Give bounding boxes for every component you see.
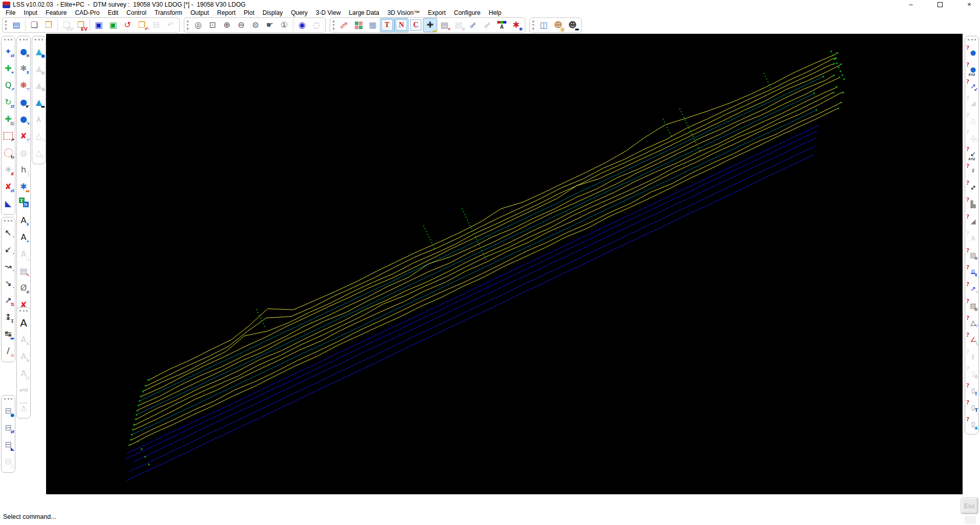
edit-model-icon[interactable]: ●✱ bbox=[17, 44, 30, 59]
spf-display-icon[interactable]: SPF bbox=[466, 18, 480, 32]
save-survey-icon[interactable]: ▣ bbox=[92, 18, 106, 32]
text-display-toggle-icon[interactable]: T bbox=[380, 18, 394, 32]
traverse-off-icon[interactable]: △∴ bbox=[32, 128, 46, 143]
height-interpolate-icon[interactable]: h┊ bbox=[17, 162, 30, 177]
query-gradient-icon[interactable]: ?◢ bbox=[965, 213, 978, 228]
text-settings-off-icon[interactable]: A✱ bbox=[17, 349, 30, 364]
dtm-settings-off-icon[interactable]: ▲● bbox=[32, 61, 46, 76]
new-survey-icon[interactable]: ❏ bbox=[27, 18, 41, 32]
annotate-level-icon[interactable]: A↟ bbox=[17, 213, 30, 228]
annotate-triangle-off-icon[interactable]: A△ bbox=[17, 247, 30, 261]
menu-item-export[interactable]: Export bbox=[424, 9, 450, 16]
open-survey-icon[interactable]: ❒ bbox=[41, 18, 56, 32]
shade-triangles-icon[interactable]: ◣ bbox=[2, 196, 15, 211]
archive-survey-icon[interactable]: ⊟ bbox=[149, 18, 163, 32]
insert-point-icon[interactable]: ✚✦ bbox=[2, 61, 15, 76]
text-copy-off-icon[interactable]: A▤ bbox=[17, 366, 30, 381]
minimize-button[interactable]: – bbox=[905, 1, 917, 8]
level-points-icon[interactable]: ↨↧ bbox=[2, 310, 15, 324]
query-distance-icon[interactable]: ?↔ bbox=[965, 179, 978, 194]
zoom-scale-icon[interactable]: ⊜ bbox=[248, 18, 263, 32]
select-rotate-icon[interactable]: ↻ bbox=[2, 145, 15, 160]
recalculate-icon[interactable]: ↻⇄ bbox=[2, 95, 15, 110]
spf-settings-icon[interactable]: SPF bbox=[480, 18, 495, 32]
query-move-point-icon[interactable]: Q↗ bbox=[2, 78, 15, 93]
query-text-off-icon[interactable]: ?A bbox=[965, 230, 978, 245]
dtm-create-icon[interactable]: ▲● bbox=[32, 44, 46, 59]
restore-button[interactable] bbox=[934, 1, 946, 8]
menu-item-report[interactable]: Report bbox=[213, 9, 240, 16]
display-options-icon[interactable]: ✱✱ bbox=[509, 18, 523, 32]
plot-settings-icon[interactable]: ▤✱ bbox=[452, 18, 466, 32]
grid-of-levels-icon[interactable]: ✚▦ bbox=[2, 112, 15, 126]
delete-points-icon[interactable]: ✘⇄ bbox=[2, 179, 15, 194]
menu-item-configure[interactable]: Configure bbox=[450, 9, 485, 16]
named-views-icon[interactable]: ◌ bbox=[309, 18, 324, 32]
db-triangles-icon[interactable]: ⊟◣ bbox=[2, 437, 15, 452]
zoom-out-icon[interactable]: ⊖ bbox=[234, 18, 248, 32]
reload-survey-icon[interactable]: ↺ bbox=[120, 18, 135, 32]
process-settings-icon[interactable]: ✱▬ bbox=[17, 179, 30, 194]
menu-item-edit[interactable]: Edit bbox=[103, 9, 122, 16]
string-measure-icon[interactable]: ↗⇅ bbox=[2, 293, 15, 308]
db-transfer-icon[interactable]: ⊟⇄ bbox=[2, 420, 15, 435]
open-ev-survey-icon[interactable]: ❒EV bbox=[74, 18, 88, 32]
menu-item-display[interactable]: Display bbox=[259, 9, 287, 16]
menu-item-feature[interactable]: Feature bbox=[41, 9, 71, 16]
merge-models-icon[interactable]: ●↘ bbox=[17, 112, 30, 126]
drawing-canvas[interactable] bbox=[46, 34, 963, 494]
query-triangle-off-icon[interactable]: ?△ bbox=[965, 112, 978, 126]
save-view-icon[interactable]: ◉ bbox=[295, 18, 309, 32]
pan-icon[interactable]: ☛ bbox=[263, 18, 277, 32]
close-button[interactable]: × bbox=[964, 1, 975, 8]
annotate-point-icon[interactable]: A✦ bbox=[17, 230, 30, 245]
query-triangle-point-off-icon[interactable]: ?△◯ bbox=[965, 128, 978, 143]
delete-links-icon[interactable]: ✘∵ bbox=[17, 128, 30, 143]
codes-display-toggle-icon[interactable]: C bbox=[409, 18, 423, 32]
query-page-triangle-icon[interactable]: ?▯▲ bbox=[965, 415, 978, 430]
query-report-icon[interactable]: ?▤≡ bbox=[965, 297, 978, 312]
query-page-station-icon[interactable]: ?▯T bbox=[965, 399, 978, 413]
edit-notes-icon[interactable]: ▤✎ bbox=[17, 264, 30, 278]
plot-preview-icon[interactable]: ▤✦ bbox=[437, 18, 452, 32]
query-model-point-icon[interactable]: ?● bbox=[965, 44, 978, 59]
contours-toggle-icon[interactable]: ▲▬ bbox=[32, 95, 46, 110]
query-shade-off-icon[interactable]: ?◢ bbox=[965, 95, 978, 110]
drag-model-icon[interactable]: ●☛ bbox=[17, 95, 30, 110]
menu-item-cad-pro[interactable]: CAD-Pro bbox=[71, 9, 103, 16]
network-off-icon[interactable]: △⋮ bbox=[32, 145, 46, 160]
grid-display-icon[interactable]: ▦ bbox=[366, 18, 380, 32]
model-tools-icon[interactable]: ✱⇞ bbox=[17, 61, 30, 76]
link-points-icon[interactable]: ❋∵ bbox=[17, 78, 30, 93]
colour-table-icon[interactable]: A bbox=[495, 18, 509, 32]
text-delete-off-icon[interactable]: A✘ bbox=[17, 332, 30, 347]
db-triangles-off-icon[interactable]: ⊟△ bbox=[2, 454, 15, 469]
menu-item-3d-vision[interactable]: 3D Vision™ bbox=[384, 9, 424, 16]
station-setup-off-icon[interactable]: Y bbox=[32, 112, 46, 126]
menu-item-query[interactable]: Query bbox=[287, 9, 312, 16]
header-footer-off-icon[interactable]: HeaderAFooter bbox=[17, 400, 30, 414]
support-contact-icon[interactable]: ☻@ bbox=[551, 18, 565, 32]
save-backup-icon[interactable]: ❒↶ bbox=[135, 18, 149, 32]
menu-item-large-data[interactable]: Large Data bbox=[345, 9, 383, 16]
boundary-tools-icon[interactable]: Ø✱ bbox=[17, 280, 30, 295]
tn-annotation-icon[interactable]: TN bbox=[17, 196, 30, 211]
query-page-text-off-icon[interactable]: ?▯A bbox=[965, 365, 978, 380]
string-extend-icon[interactable]: ↘∙ bbox=[2, 276, 15, 291]
query-chainage-icon[interactable]: ?♯ bbox=[965, 162, 978, 177]
query-radiate-icon[interactable]: ?∠╲ bbox=[965, 331, 978, 346]
menu-item-file[interactable]: File bbox=[2, 9, 19, 16]
query-point-detail-icon[interactable]: ?▤✱ bbox=[965, 247, 978, 261]
query-levels-icon[interactable]: ?⇊↟ bbox=[965, 264, 978, 278]
zoom-in-icon[interactable]: ⊕ bbox=[220, 18, 234, 32]
query-profile-icon[interactable]: ?▙ bbox=[965, 196, 978, 211]
dtm-annotate-off-icon[interactable]: ▲A bbox=[32, 78, 46, 93]
undo-icon[interactable]: ↶ bbox=[163, 18, 178, 32]
query-model-xyz-icon[interactable]: ?●XYZ bbox=[965, 61, 978, 76]
zoom-previous-icon[interactable]: ① bbox=[277, 18, 291, 32]
zoom-extents-icon[interactable]: ◎ bbox=[191, 18, 205, 32]
lss-manager-icon[interactable]: ▤ bbox=[9, 18, 24, 32]
string-split-icon[interactable]: ↙∙ bbox=[2, 242, 15, 257]
text-tool-icon[interactable]: A bbox=[17, 315, 30, 330]
hatch-line-icon[interactable]: /≡ bbox=[2, 343, 15, 358]
